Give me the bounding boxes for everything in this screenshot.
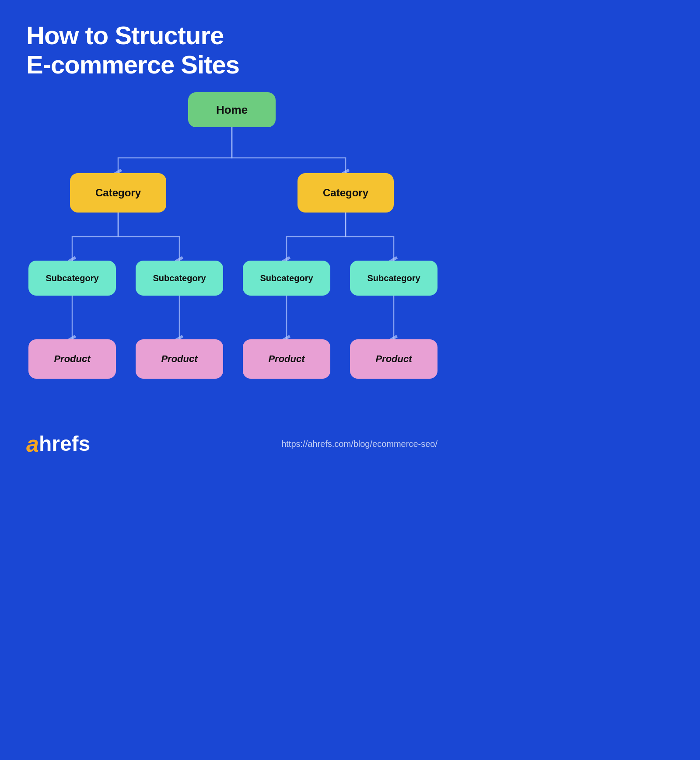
node-subcategory-4: Subcategory	[350, 261, 438, 296]
main-title: How to Structure E-commerce Sites	[0, 0, 464, 79]
node-product-1: Product	[28, 339, 116, 379]
node-subcategory-3-label: Subcategory	[260, 273, 313, 283]
logo-rest-text: hrefs	[39, 433, 90, 454]
node-category-right-label: Category	[323, 187, 368, 199]
logo-a-letter: a	[26, 432, 39, 455]
node-subcategory-4-label: Subcategory	[367, 273, 420, 283]
node-subcategory-2-label: Subcategory	[153, 273, 206, 283]
node-subcategory-1-label: Subcategory	[46, 273, 98, 283]
node-home: Home	[188, 92, 276, 127]
node-subcategory-1: Subcategory	[28, 261, 116, 296]
node-product-1-label: Product	[54, 353, 90, 365]
node-product-4: Product	[350, 339, 438, 379]
node-category-left-label: Category	[95, 187, 141, 199]
ahrefs-logo: a hrefs	[26, 432, 90, 455]
footer-url: https://ahrefs.com/blog/ecommerce-seo/	[281, 439, 438, 449]
node-category-right: Category	[298, 173, 394, 213]
node-product-2-label: Product	[161, 353, 197, 365]
diagram: Home Category Category Subcategory Subca…	[0, 88, 464, 403]
title-line1: How to Structure	[26, 21, 224, 49]
node-home-label: Home	[216, 103, 248, 117]
node-subcategory-2: Subcategory	[136, 261, 223, 296]
node-product-3-label: Product	[268, 353, 304, 365]
node-product-4-label: Product	[375, 353, 412, 365]
title-line2: E-commerce Sites	[26, 50, 239, 79]
footer: a hrefs https://ahrefs.com/blog/ecommerc…	[0, 424, 464, 464]
node-category-left: Category	[70, 173, 166, 213]
node-product-3: Product	[243, 339, 330, 379]
node-product-2: Product	[136, 339, 223, 379]
node-subcategory-3: Subcategory	[243, 261, 330, 296]
